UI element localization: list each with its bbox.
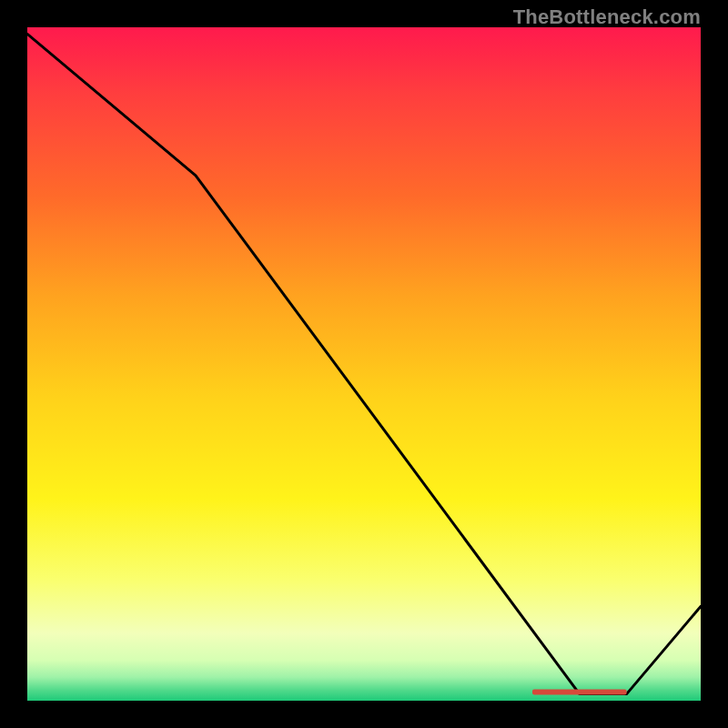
chart-frame: TheBottleneck.com xyxy=(0,0,728,728)
watermark-text: TheBottleneck.com xyxy=(513,5,701,29)
optimal-marker xyxy=(532,689,627,694)
gradient-background xyxy=(27,27,701,701)
plot-area xyxy=(27,27,701,701)
chart-svg xyxy=(27,27,701,701)
